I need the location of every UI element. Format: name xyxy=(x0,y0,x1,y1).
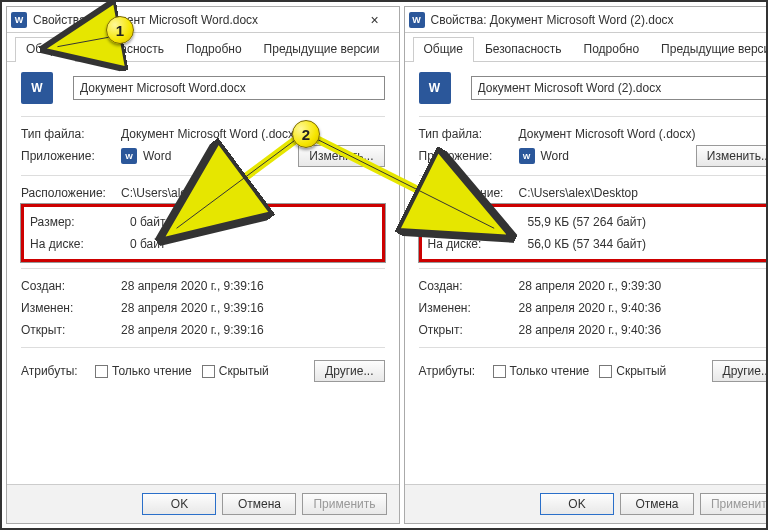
tab-previous-versions[interactable]: Предыдущие версии xyxy=(650,37,768,62)
change-button[interactable]: Изменить... xyxy=(298,145,384,167)
file-name-input[interactable] xyxy=(73,76,385,100)
tab-details[interactable]: Подробно xyxy=(573,37,651,62)
created-value: 28 апреля 2020 г., 9:39:30 xyxy=(519,279,769,293)
location-label: Расположение: xyxy=(21,186,121,200)
readonly-label: Только чтение xyxy=(510,364,590,378)
opened-value: 28 апреля 2020 г., 9:39:16 xyxy=(121,323,385,337)
hidden-checkbox[interactable]: Скрытый xyxy=(202,364,269,378)
opened-value: 28 апреля 2020 г., 9:40:36 xyxy=(519,323,769,337)
app-label: Приложение: xyxy=(419,149,519,163)
change-button[interactable]: Изменить... xyxy=(696,145,768,167)
cancel-button[interactable]: Отмена xyxy=(620,493,694,515)
ok-button[interactable]: OK xyxy=(142,493,216,515)
tabs: Общие Безопасность Подробно Предыдущие в… xyxy=(7,33,399,62)
apply-button[interactable]: Применить xyxy=(700,493,768,515)
size-value: 0 байт xyxy=(130,215,376,229)
ok-button[interactable]: OK xyxy=(540,493,614,515)
created-label: Создан: xyxy=(419,279,519,293)
tab-previous-versions[interactable]: Предыдущие версии xyxy=(253,37,391,62)
type-label: Тип файла: xyxy=(419,127,519,141)
size-value: 55,9 КБ (57 264 байт) xyxy=(528,215,769,229)
readonly-checkbox[interactable]: Только чтение xyxy=(95,364,192,378)
modified-label: Изменен: xyxy=(419,301,519,315)
app-value: Word xyxy=(541,149,569,163)
tab-general[interactable]: Общие xyxy=(413,37,474,62)
separator xyxy=(21,347,385,348)
tab-security[interactable]: Безопасность xyxy=(474,37,573,62)
tab-general[interactable]: Общие xyxy=(15,37,76,62)
size-highlight: Размер: 55,9 КБ (57 264 байт) На диске: … xyxy=(419,204,769,262)
location-value: C:\Users\alex\Desktop xyxy=(519,186,769,200)
close-icon[interactable]: × xyxy=(752,7,768,33)
window-title: Свойства: Документ Microsoft Word.docx xyxy=(33,13,355,27)
size-highlight: Размер: 0 байт На диске: 0 байт xyxy=(21,204,385,262)
hidden-checkbox[interactable]: Скрытый xyxy=(599,364,666,378)
file-name-input[interactable] xyxy=(471,76,769,100)
on-disk-value: 0 байт xyxy=(130,237,376,251)
type-value: Документ Microsoft Word (.docx) xyxy=(121,127,385,141)
apply-button[interactable]: Применить xyxy=(302,493,386,515)
separator xyxy=(21,268,385,269)
separator xyxy=(21,116,385,117)
readonly-label: Только чтение xyxy=(112,364,192,378)
app-value: Word xyxy=(143,149,171,163)
window-title: Свойства: Документ Microsoft Word (2).do… xyxy=(431,13,753,27)
size-label: Размер: xyxy=(30,215,130,229)
separator xyxy=(419,116,769,117)
hidden-label: Скрытый xyxy=(219,364,269,378)
modified-label: Изменен: xyxy=(21,301,121,315)
modified-value: 28 апреля 2020 г., 9:39:16 xyxy=(121,301,385,315)
size-label: Размер: xyxy=(428,215,528,229)
tab-content: W Тип файла: Документ Microsoft Word (.d… xyxy=(405,62,769,484)
word-icon: W xyxy=(519,148,535,164)
other-button[interactable]: Другие... xyxy=(712,360,768,382)
hidden-label: Скрытый xyxy=(616,364,666,378)
attributes-label: Атрибуты: xyxy=(21,364,85,378)
cancel-button[interactable]: Отмена xyxy=(222,493,296,515)
on-disk-label: На диске: xyxy=(30,237,130,251)
dialog-footer: OK Отмена Применить xyxy=(7,484,399,523)
tab-details[interactable]: Подробно xyxy=(175,37,253,62)
word-icon: W xyxy=(11,12,27,28)
separator xyxy=(419,175,769,176)
titlebar: W Свойства: Документ Microsoft Word (2).… xyxy=(405,7,769,33)
properties-window-right: W Свойства: Документ Microsoft Word (2).… xyxy=(404,6,769,524)
file-type-icon: W xyxy=(21,72,53,104)
created-label: Создан: xyxy=(21,279,121,293)
word-icon: W xyxy=(409,12,425,28)
type-value: Документ Microsoft Word (.docx) xyxy=(519,127,769,141)
created-value: 28 апреля 2020 г., 9:39:16 xyxy=(121,279,385,293)
attributes-label: Атрибуты: xyxy=(419,364,483,378)
separator xyxy=(419,347,769,348)
location-label: Расположение: xyxy=(419,186,519,200)
word-icon: W xyxy=(121,148,137,164)
readonly-checkbox[interactable]: Только чтение xyxy=(493,364,590,378)
close-icon[interactable]: × xyxy=(355,7,395,33)
separator xyxy=(21,175,385,176)
other-button[interactable]: Другие... xyxy=(314,360,384,382)
type-label: Тип файла: xyxy=(21,127,121,141)
app-label: Приложение: xyxy=(21,149,121,163)
tabs: Общие Безопасность Подробно Предыдущие в… xyxy=(405,33,769,62)
titlebar: W Свойства: Документ Microsoft Word.docx… xyxy=(7,7,399,33)
tab-content: W Тип файла: Документ Microsoft Word (.d… xyxy=(7,62,399,484)
tab-security[interactable]: Безопасность xyxy=(76,37,175,62)
on-disk-value: 56,0 КБ (57 344 байт) xyxy=(528,237,769,251)
on-disk-label: На диске: xyxy=(428,237,528,251)
opened-label: Открыт: xyxy=(419,323,519,337)
dialog-footer: OK Отмена Применить xyxy=(405,484,769,523)
file-type-icon: W xyxy=(419,72,451,104)
separator xyxy=(419,268,769,269)
opened-label: Открыт: xyxy=(21,323,121,337)
properties-window-left: W Свойства: Документ Microsoft Word.docx… xyxy=(6,6,400,524)
modified-value: 28 апреля 2020 г., 9:40:36 xyxy=(519,301,769,315)
location-value: C:\Users\alex\Desktop xyxy=(121,186,385,200)
